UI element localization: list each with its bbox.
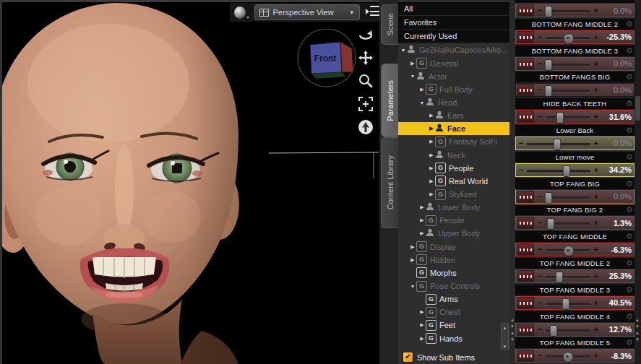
tree-item-neck[interactable]: ▶ Neck: [398, 149, 509, 162]
show-sub-items-row[interactable]: ✔ Show Sub Items: [398, 350, 509, 364]
tree-item-feet[interactable]: ▶ G Feet: [398, 318, 509, 332]
expand-arrow-icon[interactable]: ▶: [428, 126, 435, 131]
increment-button[interactable]: +: [593, 296, 600, 310]
slider-track[interactable]: [546, 191, 590, 203]
tree-item-real-world[interactable]: ▶ G Real World: [398, 175, 509, 188]
parameter-value[interactable]: -25.3%: [600, 32, 632, 41]
expand-arrow-icon[interactable]: ▶: [428, 139, 435, 144]
slider-track[interactable]: [546, 324, 590, 336]
gear-icon[interactable]: ⚙: [626, 46, 633, 56]
expand-arrow-icon[interactable]: ▶: [409, 244, 416, 250]
expand-arrow-icon[interactable]: ▶: [418, 309, 426, 315]
slider-track[interactable]: [546, 217, 590, 229]
parameter-value[interactable]: -8.3%: [600, 352, 632, 360]
expand-arrow-icon[interactable]: ▶: [418, 336, 426, 342]
tree-item-ears[interactable]: ▶ Ears: [398, 109, 509, 122]
expand-arrow-icon[interactable]: ▶: [428, 165, 435, 171]
parameter-value[interactable]: -6.3%: [600, 246, 632, 254]
expand-arrow-icon[interactable]: ▶: [418, 204, 426, 210]
slider-track[interactable]: [546, 4, 590, 17]
increment-button[interactable]: +: [593, 190, 600, 204]
slider-handle[interactable]: [554, 139, 562, 150]
tree-item-morphs[interactable]: G Morphs: [398, 266, 509, 280]
expand-arrow-icon[interactable]: ▶: [409, 257, 416, 263]
slider-handle[interactable]: [564, 246, 575, 256]
gear-icon[interactable]: ⚙: [626, 285, 633, 295]
expand-arrow-icon[interactable]: ▶: [428, 191, 435, 197]
pane-menu-icon[interactable]: [366, 6, 379, 19]
increment-button[interactable]: +: [593, 349, 600, 363]
increment-button[interactable]: +: [593, 323, 600, 337]
slider-handle[interactable]: [545, 6, 553, 17]
frame-tool-icon[interactable]: [357, 95, 374, 113]
tree-item-people[interactable]: ▶ G People: [398, 214, 509, 227]
expand-arrow-icon[interactable]: ▶: [428, 113, 435, 118]
decrement-button[interactable]: −: [536, 83, 543, 97]
increment-button[interactable]: +: [593, 163, 600, 177]
gear-icon[interactable]: ⚙: [626, 258, 633, 269]
decrement-button[interactable]: −: [536, 323, 543, 337]
expand-arrow-icon[interactable]: ▼: [409, 284, 416, 289]
slider-handle[interactable]: [545, 85, 553, 97]
decrement-button[interactable]: −: [517, 163, 525, 177]
parameter-value[interactable]: 0.0%: [600, 192, 632, 201]
slider-track[interactable]: [546, 243, 590, 256]
tree-item-full-body[interactable]: ▶ G Full Body: [398, 83, 509, 96]
tree-item-hidden[interactable]: ▶ G Hidden: [398, 254, 509, 266]
expand-arrow-icon[interactable]: ▶: [418, 87, 426, 92]
slider-track[interactable]: [546, 31, 590, 43]
decrement-button[interactable]: −: [536, 190, 543, 204]
slider-track[interactable]: [527, 137, 590, 150]
gear-icon[interactable]: ⚙: [626, 178, 633, 189]
parameter-value[interactable]: 0.0%: [600, 139, 632, 147]
decrement-button[interactable]: −: [536, 296, 543, 310]
scene-navigator-tool-icon[interactable]: [357, 118, 374, 136]
tree-item-people[interactable]: ▶ G People: [398, 162, 509, 175]
expand-arrow-icon[interactable]: ▼: [400, 48, 407, 53]
slider-handle[interactable]: [556, 112, 564, 124]
tab-scene[interactable]: Scene: [381, 4, 398, 45]
slider-track[interactable]: [546, 270, 590, 282]
expand-arrow-icon[interactable]: ▶: [418, 217, 426, 223]
expand-arrow-icon[interactable]: ▶: [428, 152, 435, 158]
slider-handle[interactable]: [563, 165, 571, 177]
sliders-left-scroll-strip[interactable]: ▲▼▲▼: [509, 0, 515, 364]
gear-icon[interactable]: ⚙: [626, 311, 633, 322]
increment-button[interactable]: +: [593, 269, 600, 283]
parameter-value[interactable]: 31.6%: [600, 113, 632, 121]
drawstyle-sphere-icon[interactable]: [234, 6, 246, 19]
expand-arrow-icon[interactable]: ▶: [428, 178, 435, 184]
increment-button[interactable]: +: [593, 83, 600, 97]
decrement-button[interactable]: −: [536, 57, 543, 71]
tree-item-chest[interactable]: ▶ G Chest: [398, 306, 509, 318]
tab-parameters[interactable]: Parameters: [381, 64, 398, 137]
parameter-value[interactable]: 40.5%: [600, 298, 632, 307]
tree-item-head[interactable]: ▼ Head: [398, 96, 509, 109]
gear-icon[interactable]: ⚙: [626, 0, 633, 3]
increment-button[interactable]: +: [593, 243, 600, 256]
parameter-value[interactable]: 0.0%: [600, 6, 632, 15]
expand-arrow-icon[interactable]: ▼: [418, 100, 426, 105]
expand-arrow-icon[interactable]: ▶: [409, 61, 416, 66]
increment-button[interactable]: +: [593, 110, 600, 124]
decrement-button[interactable]: −: [536, 243, 543, 256]
view-cube-gizmo[interactable]: Front: [293, 29, 361, 90]
expand-arrow-icon[interactable]: ▶: [418, 230, 426, 236]
sliders-scrollbar[interactable]: ▲▼▲▼: [634, 0, 641, 364]
show-sub-items-checkbox[interactable]: ✔: [403, 352, 413, 363]
parameter-value[interactable]: 1.3%: [600, 219, 632, 228]
decrement-button[interactable]: −: [536, 4, 543, 17]
slider-handle[interactable]: [547, 218, 555, 230]
decrement-button[interactable]: −: [536, 110, 543, 124]
slider-track[interactable]: [546, 110, 590, 123]
tree-item-currently-used[interactable]: Currently Used: [398, 30, 509, 43]
slider-track[interactable]: [546, 58, 590, 70]
slider-track[interactable]: [546, 297, 590, 309]
slider-handle[interactable]: [563, 352, 574, 363]
tree-item-hands[interactable]: ▶ G Hands: [398, 332, 509, 345]
tree-item-face[interactable]: ▶ Face: [398, 122, 509, 135]
slider-handle[interactable]: [562, 298, 569, 310]
gear-icon[interactable]: ⚙: [626, 231, 633, 242]
gear-icon[interactable]: ⚙: [626, 72, 633, 82]
parameter-value[interactable]: 12.7%: [600, 325, 632, 334]
